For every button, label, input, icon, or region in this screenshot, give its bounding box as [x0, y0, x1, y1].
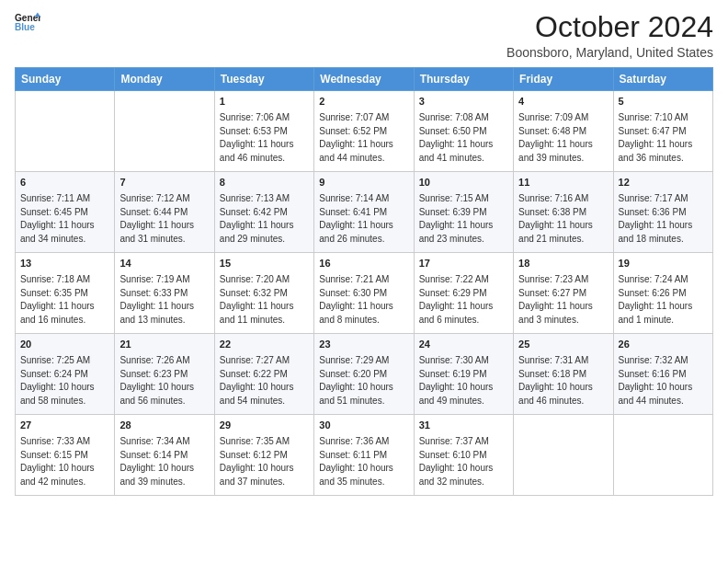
sunset-text: Sunset: 6:26 PM [619, 287, 708, 301]
logo-icon: General Blue [15, 11, 40, 37]
sunset-text: Sunset: 6:10 PM [419, 449, 508, 463]
cell-content: 27Sunrise: 7:33 AMSunset: 6:15 PMDayligh… [20, 419, 109, 488]
day-number: 8 [220, 176, 309, 190]
sunrise-text: Sunrise: 7:19 AM [119, 273, 209, 287]
week-row-3: 13Sunrise: 7:18 AMSunset: 6:35 PMDayligh… [16, 253, 713, 334]
sunrise-text: Sunrise: 7:15 AM [419, 192, 508, 206]
header-cell-thursday: Thursday [414, 68, 513, 91]
sunset-text: Sunset: 6:48 PM [518, 125, 608, 139]
sunset-text: Sunset: 6:12 PM [220, 449, 309, 463]
cell-content: 22Sunrise: 7:27 AMSunset: 6:22 PMDayligh… [220, 338, 309, 408]
sunrise-text: Sunrise: 7:20 AM [220, 273, 309, 287]
sunset-text: Sunset: 6:38 PM [518, 206, 608, 220]
sunrise-text: Sunrise: 7:13 AM [220, 192, 309, 206]
logo: General Blue [15, 11, 40, 37]
daylight-text: Daylight: 10 hours and 49 minutes. [419, 381, 508, 408]
week-row-2: 6Sunrise: 7:11 AMSunset: 6:45 PMDaylight… [16, 172, 713, 253]
daylight-text: Daylight: 11 hours and 39 minutes. [518, 138, 608, 165]
sunset-text: Sunset: 6:44 PM [119, 206, 209, 220]
title-block: October 2024 Boonsboro, Maryland, United… [506, 11, 713, 60]
day-number: 3 [419, 95, 508, 109]
daylight-text: Daylight: 11 hours and 34 minutes. [20, 219, 109, 246]
sunrise-text: Sunrise: 7:36 AM [319, 435, 408, 449]
calendar-cell: 20Sunrise: 7:25 AMSunset: 6:24 PMDayligh… [16, 334, 115, 415]
cell-content: 18Sunrise: 7:23 AMSunset: 6:27 PMDayligh… [518, 257, 608, 327]
week-row-4: 20Sunrise: 7:25 AMSunset: 6:24 PMDayligh… [16, 334, 713, 415]
sunrise-text: Sunrise: 7:33 AM [20, 435, 109, 449]
svg-text:Blue: Blue [15, 22, 35, 32]
cell-content: 25Sunrise: 7:31 AMSunset: 6:18 PMDayligh… [518, 338, 608, 408]
cell-content: 29Sunrise: 7:35 AMSunset: 6:12 PMDayligh… [220, 419, 309, 488]
daylight-text: Daylight: 10 hours and 35 minutes. [319, 462, 408, 488]
calendar-cell: 11Sunrise: 7:16 AMSunset: 6:38 PMDayligh… [514, 172, 613, 253]
cell-content: 9Sunrise: 7:14 AMSunset: 6:41 PMDaylight… [319, 176, 408, 246]
day-number: 10 [419, 176, 508, 190]
day-number: 15 [220, 257, 309, 271]
day-number: 7 [119, 176, 209, 190]
sunrise-text: Sunrise: 7:16 AM [518, 192, 608, 206]
sunset-text: Sunset: 6:32 PM [220, 287, 309, 301]
cell-content: 30Sunrise: 7:36 AMSunset: 6:11 PMDayligh… [319, 419, 408, 488]
daylight-text: Daylight: 10 hours and 58 minutes. [20, 381, 109, 408]
sunrise-text: Sunrise: 7:34 AM [119, 435, 209, 449]
day-number: 27 [20, 419, 109, 433]
sunset-text: Sunset: 6:53 PM [220, 125, 309, 139]
calendar-cell: 21Sunrise: 7:26 AMSunset: 6:23 PMDayligh… [115, 334, 214, 415]
cell-content: 26Sunrise: 7:32 AMSunset: 6:16 PMDayligh… [619, 338, 708, 408]
calendar-cell: 6Sunrise: 7:11 AMSunset: 6:45 PMDaylight… [16, 172, 115, 253]
header-cell-saturday: Saturday [613, 68, 712, 91]
calendar-cell: 2Sunrise: 7:07 AMSunset: 6:52 PMDaylight… [314, 91, 414, 172]
sunrise-text: Sunrise: 7:37 AM [419, 435, 508, 449]
month-title: October 2024 [506, 11, 713, 43]
sunrise-text: Sunrise: 7:10 AM [619, 111, 708, 125]
header: General Blue October 2024 Boonsboro, Mar… [15, 11, 713, 60]
cell-content: 23Sunrise: 7:29 AMSunset: 6:20 PMDayligh… [319, 338, 408, 408]
day-number: 28 [119, 419, 209, 433]
header-row: SundayMondayTuesdayWednesdayThursdayFrid… [16, 68, 713, 91]
day-number: 25 [518, 338, 608, 352]
day-number: 21 [119, 338, 209, 352]
cell-content: 5Sunrise: 7:10 AMSunset: 6:47 PMDaylight… [619, 95, 708, 165]
sunset-text: Sunset: 6:35 PM [20, 287, 109, 301]
day-number: 9 [319, 176, 408, 190]
cell-content: 17Sunrise: 7:22 AMSunset: 6:29 PMDayligh… [419, 257, 508, 327]
daylight-text: Daylight: 10 hours and 42 minutes. [20, 462, 109, 488]
calendar-cell: 7Sunrise: 7:12 AMSunset: 6:44 PMDaylight… [115, 172, 214, 253]
calendar-cell: 22Sunrise: 7:27 AMSunset: 6:22 PMDayligh… [214, 334, 313, 415]
calendar-cell: 14Sunrise: 7:19 AMSunset: 6:33 PMDayligh… [115, 253, 214, 334]
sunset-text: Sunset: 6:45 PM [20, 206, 109, 220]
sunrise-text: Sunrise: 7:25 AM [20, 354, 109, 368]
sunset-text: Sunset: 6:29 PM [419, 287, 508, 301]
day-number: 23 [319, 338, 408, 352]
week-row-5: 27Sunrise: 7:33 AMSunset: 6:15 PMDayligh… [16, 415, 713, 496]
sunset-text: Sunset: 6:39 PM [419, 206, 508, 220]
sunset-text: Sunset: 6:36 PM [619, 206, 708, 220]
daylight-text: Daylight: 11 hours and 23 minutes. [419, 219, 508, 246]
sunset-text: Sunset: 6:16 PM [619, 368, 708, 382]
calendar-cell: 27Sunrise: 7:33 AMSunset: 6:15 PMDayligh… [16, 415, 115, 496]
daylight-text: Daylight: 10 hours and 32 minutes. [419, 462, 508, 488]
calendar-cell: 5Sunrise: 7:10 AMSunset: 6:47 PMDaylight… [613, 91, 712, 172]
sunset-text: Sunset: 6:50 PM [419, 125, 508, 139]
sunrise-text: Sunrise: 7:08 AM [419, 111, 508, 125]
day-number: 20 [20, 338, 109, 352]
sunrise-text: Sunrise: 7:23 AM [518, 273, 608, 287]
sunset-text: Sunset: 6:11 PM [319, 449, 408, 463]
sunrise-text: Sunrise: 7:24 AM [619, 273, 708, 287]
sunrise-text: Sunrise: 7:32 AM [619, 354, 708, 368]
daylight-text: Daylight: 10 hours and 51 minutes. [319, 381, 408, 408]
daylight-text: Daylight: 11 hours and 31 minutes. [119, 219, 209, 246]
calendar-cell: 18Sunrise: 7:23 AMSunset: 6:27 PMDayligh… [514, 253, 613, 334]
daylight-text: Daylight: 11 hours and 26 minutes. [319, 219, 408, 246]
cell-content: 15Sunrise: 7:20 AMSunset: 6:32 PMDayligh… [220, 257, 309, 327]
cell-content: 19Sunrise: 7:24 AMSunset: 6:26 PMDayligh… [619, 257, 708, 327]
daylight-text: Daylight: 11 hours and 18 minutes. [619, 219, 708, 246]
daylight-text: Daylight: 11 hours and 29 minutes. [220, 219, 309, 246]
calendar-body: 1Sunrise: 7:06 AMSunset: 6:53 PMDaylight… [16, 91, 713, 496]
day-number: 13 [20, 257, 109, 271]
sunrise-text: Sunrise: 7:31 AM [518, 354, 608, 368]
daylight-text: Daylight: 11 hours and 41 minutes. [419, 138, 508, 165]
sunset-text: Sunset: 6:24 PM [20, 368, 109, 382]
day-number: 19 [619, 257, 708, 271]
sunset-text: Sunset: 6:27 PM [518, 287, 608, 301]
